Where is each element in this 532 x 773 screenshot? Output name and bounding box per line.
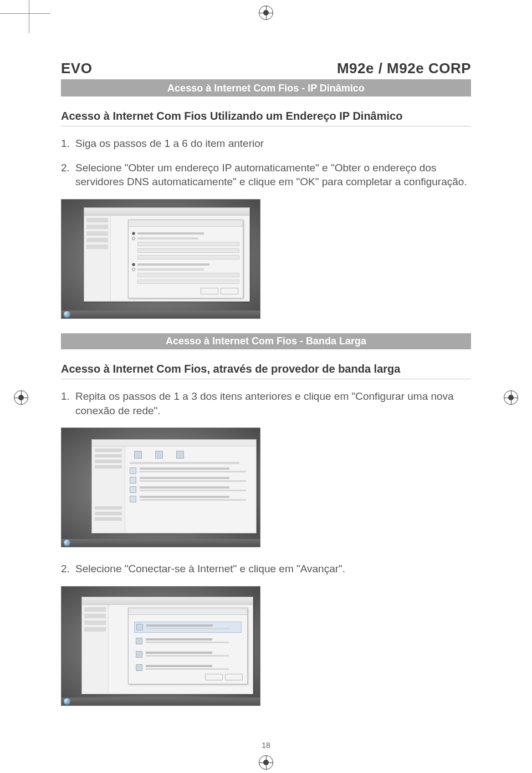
screenshot-ip-dialog [61,199,260,319]
setup-connection-wizard [128,608,248,684]
cancel-button [225,674,243,680]
ok-button [201,288,218,294]
page-number: 18 [262,741,270,750]
registration-mark-right [504,390,518,405]
section-heading-2: Acesso à Internet Com Fios, através de p… [61,363,471,379]
section-band-2: Acesso à Internet Com Fios - Banda Larga [61,333,471,349]
section-heading-1: Acesso à Internet Com Fios Utilizando um… [61,110,471,126]
screenshot-network-center [61,428,260,547]
start-orb-icon [64,540,70,546]
screenshot-connection-wizard [61,586,260,706]
globe-icon [136,624,143,630]
start-orb-icon [64,311,70,318]
crop-hline [0,13,50,14]
crop-vline [29,0,29,33]
step-2-2: 2.Selecione "Conectar-se à Internet" e c… [61,562,471,576]
title-band: EVO M92e / M92e CORP [61,60,471,80]
registration-mark-bottom [259,755,273,770]
section-band-1: Acesso à Internet Com Fios - IP Dinâmico [61,80,471,96]
network-center-window [91,439,257,533]
step-1-2: 2.Selecione "Obter um endereço IP automa… [61,161,471,189]
next-button [205,674,223,680]
taskbar [62,539,260,547]
computer-icon [134,451,142,459]
page-content: EVO M92e / M92e CORP Acesso à Internet C… [61,60,471,720]
option-connect-internet [134,622,242,633]
steps-list-2b: 2.Selecione "Conectar-se à Internet" e c… [61,562,471,576]
ipv4-properties-dialog [128,220,243,298]
steps-list-1: 1.Siga os passos de 1 a 6 do item anteri… [61,136,471,189]
step-2-1: 1.Repita os passos de 1 a 3 dos itens an… [61,389,471,418]
step-text: Selecione "Conectar-se à Internet" e cli… [75,563,345,574]
start-orb-icon [64,698,70,705]
model-label: M92e / M92e CORP [337,60,471,77]
registration-mark-top [259,6,273,20]
option-connect-workplace [134,649,242,659]
registration-mark-left [14,390,28,405]
step-text: Selecione "Obter um endereço IP automati… [75,162,467,188]
cancel-button [221,288,238,294]
step-text: Repita os passos de 1 a 3 dos itens ante… [75,390,454,416]
taskbar [62,698,260,705]
router-icon [136,638,142,644]
steps-list-2: 1.Repita os passos de 1 a 3 dos itens an… [61,389,471,418]
building-icon [136,651,142,658]
option-dialup [134,663,242,673]
internet-icon [176,451,184,459]
brand-label: EVO [61,60,92,77]
network-icon [155,451,163,459]
step-1-1: 1.Siga os passos de 1 a 6 do item anteri… [61,136,471,151]
phone-icon [136,664,142,671]
option-setup-network [134,636,242,646]
step-text: Siga os passos de 1 a 6 do item anterior [75,138,264,149]
taskbar [62,311,260,318]
